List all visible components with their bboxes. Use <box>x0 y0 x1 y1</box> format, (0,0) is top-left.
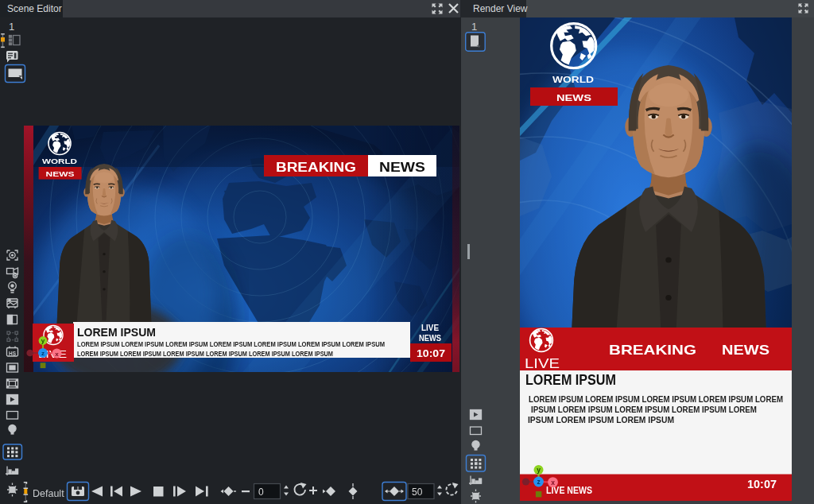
svg-text:0: 0 <box>258 487 264 498</box>
svg-text:NEWS: NEWS <box>722 343 769 358</box>
svg-text:Default: Default <box>33 488 64 499</box>
svg-text:NEWS: NEWS <box>556 93 591 103</box>
svg-text:LOREM IPSUM: LOREM IPSUM <box>525 371 616 388</box>
svg-text:IPSUM LOREM IPSUM LOREM IP: IPSUM LOREM IPSUM LOREM IPSUM LOREM IPSU… <box>531 405 757 414</box>
svg-text:LIVE: LIVE <box>525 356 560 371</box>
svg-text:BREAKING: BREAKING <box>609 343 696 358</box>
svg-text:IPSUM LOREM IPSUM LOREM IP: IPSUM LOREM IPSUM LOREM IPSUM <box>528 415 674 425</box>
svg-text:y: y <box>537 466 541 474</box>
svg-text:x: x <box>551 479 555 487</box>
svg-text:50: 50 <box>412 487 423 498</box>
svg-text:HS: HS <box>9 351 17 356</box>
svg-text:WORLD: WORLD <box>552 75 594 84</box>
svg-text:10:07: 10:07 <box>747 477 777 490</box>
svg-text:LOREM IPSUM LOREM IPSUM LO: LOREM IPSUM LOREM IPSUM LOREM IPSUM LORE… <box>529 394 783 404</box>
svg-text:z: z <box>537 478 540 486</box>
